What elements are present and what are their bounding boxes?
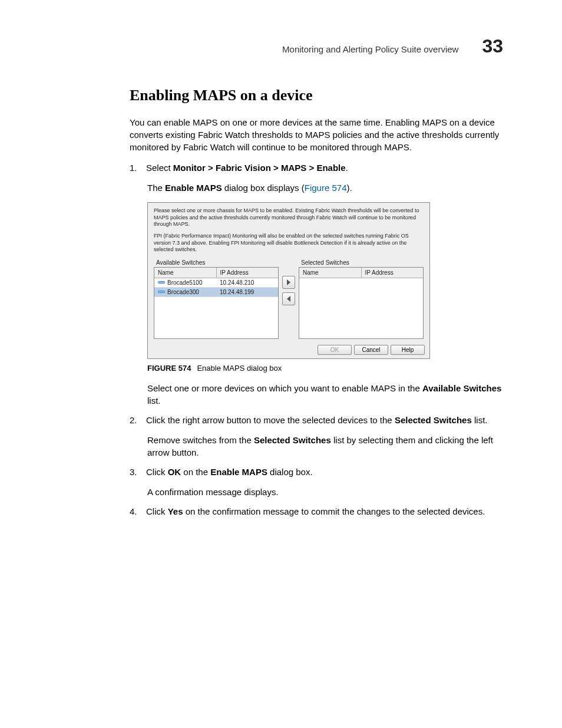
switch-name: Brocade5100 (167, 279, 203, 286)
dialog-paragraph-1: Please select one or more chassis for MA… (154, 207, 424, 228)
text: Available Switches (422, 383, 502, 393)
step-number: 1. (130, 163, 140, 173)
text: Enable MAPS (210, 467, 267, 477)
switch-name: Brocade300 (167, 289, 199, 295)
step-number: 3. (130, 467, 140, 477)
table-header: Name IP Address (299, 268, 423, 278)
text: OK (168, 467, 181, 477)
text: dialog box. (267, 467, 313, 477)
page: Monitoring and Alerting Policy Suite ove… (0, 0, 562, 728)
text: . (346, 163, 348, 173)
figure-caption: FIGURE 574Enable MAPS dialog box (147, 364, 503, 373)
step-number: 2. (130, 415, 140, 425)
enable-maps-dialog: Please select one or more chassis for MA… (147, 202, 430, 359)
step-3: 3. Click OK on the Enable MAPS dialog bo… (130, 467, 503, 477)
help-button[interactable]: Help (391, 345, 425, 355)
switch-ip: 10.24.48.199 (216, 288, 278, 297)
text: on the confirmation message to commit th… (183, 506, 485, 516)
svg-rect-3 (158, 291, 164, 292)
figure-text: Enable MAPS dialog box (197, 364, 282, 373)
text: The (147, 183, 165, 193)
selected-switches-panel: Selected Switches Name IP Address (299, 258, 424, 339)
chapter-number: 33 (482, 35, 503, 57)
step-text: Click the right arrow button to move the… (146, 415, 487, 425)
text: Select (146, 163, 173, 173)
switch-icon (158, 279, 165, 286)
text: ). (347, 183, 352, 193)
text: dialog box displays ( (222, 183, 305, 193)
text: Remove switches from the (147, 435, 254, 445)
figure-label: FIGURE 574 (147, 364, 191, 373)
selected-switches-table[interactable]: Name IP Address (299, 267, 424, 339)
switch-ip: 10.24.48.210 (216, 278, 278, 287)
text: Select one or more devices on which you … (147, 383, 422, 393)
chevron-right-icon (286, 279, 291, 285)
intro-paragraph: You can enable MAPS on one or more devic… (130, 116, 503, 153)
step3-result: A confirmation message displays. (147, 486, 503, 498)
step-text: Select Monitor > Fabric Vision > MAPS > … (146, 163, 348, 173)
text: list. (472, 415, 488, 425)
page-header: Monitoring and Alerting Policy Suite ove… (130, 35, 503, 57)
switch-icon (158, 289, 165, 295)
text: Selected Switches (254, 435, 331, 445)
dialog-paragraph-2: FPI (Fabric Performance Impact) Monitori… (154, 233, 424, 253)
available-switches-table[interactable]: Name IP Address Brocade5100 10.24.48.210 (154, 267, 279, 339)
step2-remove: Remove switches from the Selected Switch… (147, 434, 503, 459)
dialog-buttons: OK Cancel Help (148, 341, 429, 358)
step-4: 4. Click Yes on the confirmation message… (130, 506, 503, 516)
move-left-button[interactable] (282, 292, 295, 305)
svg-rect-1 (158, 282, 164, 283)
table-row[interactable]: Brocade5100 10.24.48.210 (154, 278, 278, 288)
available-switches-title: Available Switches (154, 258, 279, 267)
step-number: 4. (130, 506, 140, 516)
text: Yes (168, 506, 183, 516)
text: Click (146, 506, 168, 516)
section-title: Enabling MAPS on a device (130, 87, 503, 104)
cancel-button[interactable]: Cancel (354, 345, 388, 355)
selected-switches-title: Selected Switches (299, 258, 424, 267)
table-header: Name IP Address (154, 268, 278, 278)
text: list. (147, 396, 161, 406)
step-text: Click OK on the Enable MAPS dialog box. (146, 467, 313, 477)
header-title: Monitoring and Alerting Policy Suite ove… (282, 44, 458, 54)
step-text: Click Yes on the confirmation message to… (146, 506, 485, 516)
menu-path: Monitor > Fabric Vision > MAPS > Enable (173, 163, 346, 173)
available-switches-panel: Available Switches Name IP Address Bro (154, 258, 279, 339)
ok-button[interactable]: OK (318, 345, 352, 355)
col-name: Name (154, 268, 217, 278)
col-ip: IP Address (217, 268, 279, 278)
step1-result: The Enable MAPS dialog box displays (Fig… (147, 182, 503, 194)
text: Selected Switches (395, 415, 472, 425)
figure-link[interactable]: Figure 574 (305, 183, 347, 193)
move-right-button[interactable] (282, 276, 295, 289)
text: on the (181, 467, 210, 477)
svg-marker-5 (287, 296, 290, 302)
col-name: Name (299, 268, 362, 278)
text: Click (146, 467, 168, 477)
text: Enable MAPS (165, 183, 222, 193)
transfer-arrows (279, 258, 299, 305)
step-1: 1. Select Monitor > Fabric Vision > MAPS… (130, 163, 503, 173)
step-2: 2. Click the right arrow button to move … (130, 415, 503, 425)
svg-marker-4 (287, 279, 290, 285)
table-row[interactable]: Brocade300 10.24.48.199 (154, 288, 278, 297)
chevron-left-icon (286, 296, 291, 302)
text: Click the right arrow button to move the… (146, 415, 395, 425)
col-ip: IP Address (362, 268, 424, 278)
after-figure-text: Select one or more devices on which you … (147, 382, 503, 407)
